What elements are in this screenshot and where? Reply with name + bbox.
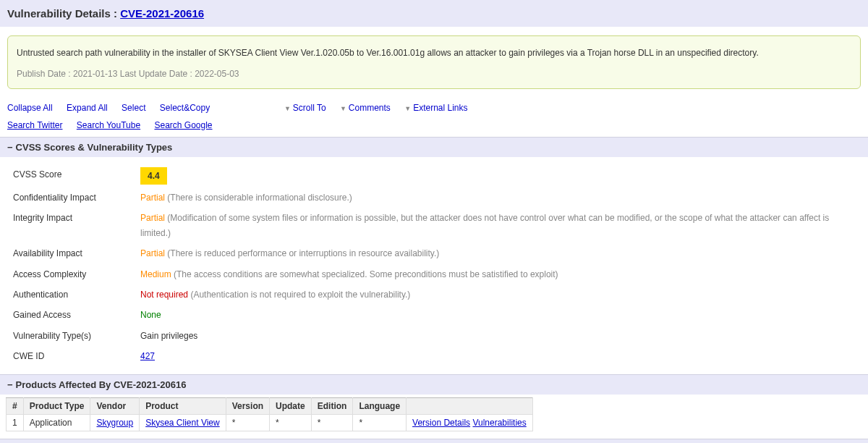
page-title: Vulnerability Details : CVE-2021-20616	[0, 0, 868, 27]
cell-num: 1	[7, 414, 24, 431]
product-link[interactable]: Skysea Client View	[145, 418, 220, 428]
cell-product-type: Application	[23, 414, 90, 431]
external-links-link[interactable]: External Links	[404, 103, 467, 113]
publish-date: Publish Date : 2021-01-13 Last Update Da…	[17, 66, 851, 83]
description-box: Untrusted search path vulnerability in t…	[7, 35, 861, 89]
description-text: Untrusted search path vulnerability in t…	[17, 45, 851, 62]
expand-all-link[interactable]: Expand All	[67, 103, 108, 113]
table-row: 1 Application Skygroup Skysea Client Vie…	[7, 414, 533, 431]
vendor-link[interactable]: Skygroup	[96, 418, 133, 428]
col-product: Product	[140, 397, 226, 414]
cve-link[interactable]: CVE-2021-20616	[120, 7, 204, 20]
access-complexity-desc: (The access conditions are somewhat spec…	[171, 269, 558, 279]
scroll-to-link[interactable]: Scroll To	[284, 103, 326, 113]
cell-version: *	[226, 414, 269, 431]
availability-desc: (There is reduced performance or interru…	[165, 248, 439, 258]
cell-language: *	[353, 414, 407, 431]
search-google-link[interactable]: Search Google	[154, 120, 212, 130]
integrity-desc: (Modification of some system files or in…	[140, 213, 829, 237]
cvss-score-badge: 4.4	[140, 167, 167, 185]
col-num: #	[7, 397, 24, 414]
title-prefix: Vulnerability Details :	[7, 7, 120, 20]
gained-access-label: Gained Access	[13, 308, 140, 322]
authentication-label: Authentication	[13, 287, 140, 302]
version-details-link[interactable]: Version Details	[412, 418, 470, 428]
col-product-type: Product Type	[23, 397, 90, 414]
col-version: Version	[226, 397, 269, 414]
table-header-row: # Product Type Vendor Product Version Up…	[7, 397, 533, 414]
authentication-desc: (Authentication is not required to explo…	[188, 290, 410, 300]
search-twitter-link[interactable]: Search Twitter	[7, 120, 62, 130]
integrity-label: Integrity Impact	[13, 211, 140, 240]
section-versions-header[interactable]: −Number Of Affected Versions By Product	[0, 439, 868, 444]
integrity-value: Partial	[140, 213, 165, 223]
section-products-header[interactable]: −Products Affected By CVE-2021-20616	[0, 374, 868, 395]
action-row: Collapse All Expand All Select Select&Co…	[0, 95, 868, 137]
collapse-icon: −	[7, 142, 13, 153]
cwe-id-link[interactable]: 427	[140, 351, 155, 361]
access-complexity-label: Access Complexity	[13, 267, 140, 282]
section-cvss-header[interactable]: −CVSS Scores & Vulnerability Types	[0, 137, 868, 157]
availability-label: Availability Impact	[13, 246, 140, 261]
confidentiality-value: Partial	[140, 193, 165, 203]
vuln-type-label: Vulnerability Type(s)	[13, 329, 140, 343]
access-complexity-value: Medium	[140, 269, 171, 279]
cell-edition: *	[311, 414, 353, 431]
cvss-score-label: CVSS Score	[13, 167, 140, 185]
confidentiality-label: Confidentiality Impact	[13, 190, 140, 205]
search-youtube-link[interactable]: Search YouTube	[77, 120, 140, 130]
comments-link[interactable]: Comments	[340, 103, 391, 113]
select-link[interactable]: Select	[122, 103, 145, 113]
confidentiality-desc: (There is considerable informational dis…	[165, 193, 352, 203]
section-title: Products Affected By CVE-2021-20616	[16, 379, 187, 390]
vuln-type-value: Gain privileges	[140, 329, 855, 343]
cwe-id-label: CWE ID	[13, 349, 140, 363]
section-title: CVSS Scores & Vulnerability Types	[16, 142, 173, 153]
vulnerabilities-link[interactable]: Vulnerabilities	[472, 418, 526, 428]
col-update: Update	[270, 397, 312, 414]
col-links	[407, 397, 533, 414]
availability-value: Partial	[140, 248, 165, 258]
cell-update: *	[270, 414, 312, 431]
col-language: Language	[353, 397, 407, 414]
gained-access-value: None	[140, 310, 161, 320]
products-table: # Product Type Vendor Product Version Up…	[6, 397, 533, 431]
select-copy-link[interactable]: Select&Copy	[160, 103, 210, 113]
collapse-all-link[interactable]: Collapse All	[7, 103, 53, 113]
authentication-value: Not required	[140, 290, 188, 300]
col-edition: Edition	[311, 397, 353, 414]
col-vendor: Vendor	[90, 397, 140, 414]
collapse-icon: −	[7, 379, 13, 390]
cvss-table: CVSS Score 4.4 Confidentiality Impact Pa…	[0, 157, 868, 374]
